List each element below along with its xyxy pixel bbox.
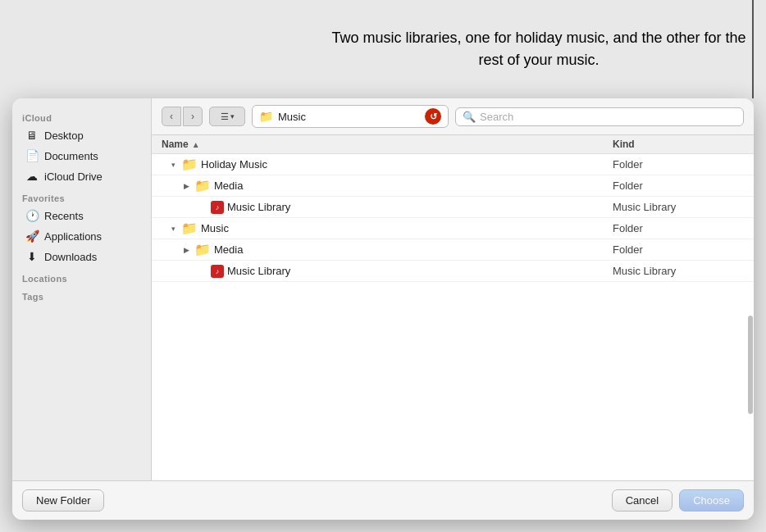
music-library-icon: ♪ — [211, 201, 224, 214]
file-kind-cell: Music Library — [613, 201, 744, 213]
file-kind-cell: Folder — [613, 222, 744, 234]
folder-icon: 📁 — [194, 242, 211, 257]
sidebar-item-documents[interactable]: 📄 Documents — [17, 146, 146, 166]
recents-icon: 🕐 — [25, 209, 39, 222]
sort-arrow: ▲ — [192, 140, 200, 149]
location-text: Music — [278, 111, 420, 123]
sidebar-item-label: Applications — [44, 230, 102, 243]
file-list-header: Name ▲ Kind — [152, 135, 754, 154]
table-row[interactable]: ▶ ♪ Music Library Music Library — [152, 197, 754, 218]
sidebar-item-applications[interactable]: 🚀 Applications — [17, 226, 146, 246]
forward-button[interactable]: › — [183, 107, 203, 126]
sidebar-item-icloud-drive[interactable]: ☁ iCloud Drive — [17, 166, 146, 186]
scrollbar-thumb[interactable] — [748, 316, 753, 414]
sidebar-item-downloads[interactable]: ⬇ Downloads — [17, 247, 146, 266]
table-row[interactable]: ▾ 📁 Holiday Music Folder — [152, 154, 754, 175]
sidebar-item-label: Recents — [44, 210, 84, 222]
file-dialog: iCloud 🖥 Desktop 📄 Documents ☁ iCloud Dr… — [12, 98, 754, 520]
file-kind-cell: Folder — [613, 158, 744, 171]
file-name: Media — [214, 180, 243, 192]
sidebar-item-label: Documents — [44, 150, 98, 162]
sidebar-tags-label: Tags — [12, 285, 151, 303]
disclosure-button[interactable]: ▾ — [168, 224, 178, 234]
documents-icon: 📄 — [25, 149, 39, 162]
file-name: Music — [201, 222, 229, 234]
file-name: Holiday Music — [201, 158, 267, 171]
file-kind-cell: Music Library — [613, 265, 744, 277]
folder-icon: 📁 — [181, 157, 198, 172]
file-name-cell: ▶ ♪ Music Library — [198, 201, 613, 214]
disclosure-button[interactable]: ▶ — [181, 181, 191, 191]
sidebar-locations-label: Locations — [12, 267, 151, 285]
file-name: Media — [214, 243, 243, 256]
music-library-icon: ♪ — [211, 265, 224, 278]
sidebar-item-label: iCloud Drive — [44, 171, 103, 183]
sidebar-item-label: Downloads — [44, 251, 97, 263]
icloud-drive-icon: ☁ — [25, 170, 39, 183]
sidebar-item-label: Desktop — [44, 130, 84, 142]
tooltip: Two music libraries, one for holiday mus… — [312, 0, 766, 98]
list-view-icon: ☰ — [221, 111, 229, 122]
sidebar-icloud-label: iCloud — [12, 107, 151, 125]
location-reset-button[interactable]: ↺ — [425, 108, 441, 125]
bottom-bar: New Folder Cancel Choose — [12, 480, 754, 520]
location-reset-icon: ↺ — [430, 111, 437, 122]
sidebar: iCloud 🖥 Desktop 📄 Documents ☁ iCloud Dr… — [12, 98, 152, 480]
sidebar-item-recents[interactable]: 🕐 Recents — [17, 206, 146, 225]
file-name-cell: ▾ 📁 Music — [168, 221, 613, 236]
file-name-cell: ▶ 📁 Media — [181, 242, 613, 257]
location-bar: 📁 Music ↺ — [252, 105, 449, 128]
search-placeholder: Search — [480, 111, 513, 123]
table-row[interactable]: ▶ 📁 Media Folder — [152, 175, 754, 197]
table-row[interactable]: ▶ ♪ Music Library Music Library — [152, 261, 754, 282]
toolbar: ‹ › ☰ ▾ 📁 Music ↺ 🔍 Search — [152, 98, 754, 135]
file-name: Music Library — [227, 265, 290, 277]
sidebar-item-desktop[interactable]: 🖥 Desktop — [17, 125, 146, 145]
file-kind-cell: Folder — [613, 243, 744, 256]
file-list[interactable]: Name ▲ Kind ▾ 📁 Holiday Music Folder — [152, 135, 754, 480]
choose-button[interactable]: Choose — [679, 489, 744, 512]
location-folder-icon: 📁 — [259, 110, 273, 123]
dialog-body: iCloud 🖥 Desktop 📄 Documents ☁ iCloud Dr… — [12, 98, 754, 480]
folder-icon: 📁 — [181, 221, 198, 236]
search-icon: 🔍 — [463, 111, 476, 123]
search-bar[interactable]: 🔍 Search — [455, 107, 744, 126]
sidebar-favorites-label: Favorites — [12, 187, 151, 205]
back-button[interactable]: ‹ — [162, 107, 181, 126]
tooltip-line — [752, 0, 754, 98]
downloads-icon: ⬇ — [25, 250, 39, 263]
cancel-button[interactable]: Cancel — [612, 489, 673, 512]
file-name: Music Library — [227, 201, 290, 213]
file-kind-cell: Folder — [613, 180, 744, 192]
desktop-icon: 🖥 — [25, 129, 39, 142]
new-folder-button[interactable]: New Folder — [22, 489, 104, 512]
applications-icon: 🚀 — [25, 230, 39, 243]
scrollbar-track[interactable] — [747, 316, 754, 431]
main-content: ‹ › ☰ ▾ 📁 Music ↺ 🔍 Search — [152, 98, 754, 480]
nav-buttons: ‹ › — [162, 107, 203, 126]
view-options-button[interactable]: ☰ ▾ — [209, 107, 245, 126]
col-name-header: Name ▲ — [162, 139, 613, 150]
file-name-cell: ▾ 📁 Holiday Music — [168, 157, 613, 172]
chevron-down-icon: ▾ — [230, 112, 235, 120]
file-name-cell: ▶ ♪ Music Library — [198, 265, 613, 278]
col-kind-header: Kind — [613, 139, 744, 150]
tooltip-text: Two music libraries, one for holiday mus… — [328, 27, 750, 71]
disclosure-button[interactable]: ▶ — [181, 245, 191, 255]
folder-icon: 📁 — [194, 178, 211, 193]
disclosure-button[interactable]: ▾ — [168, 160, 178, 170]
table-row[interactable]: ▶ 📁 Media Folder — [152, 239, 754, 261]
table-row[interactable]: ▾ 📁 Music Folder — [152, 218, 754, 239]
file-name-cell: ▶ 📁 Media — [181, 178, 613, 193]
